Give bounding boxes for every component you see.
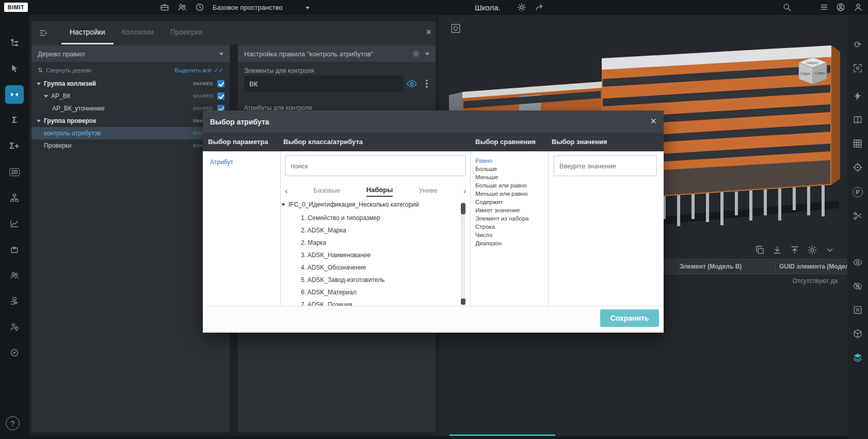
delivery-icon[interactable]	[5, 292, 24, 310]
attribute-item[interactable]: 3. ADSK_Наименование	[301, 252, 371, 259]
export-icon[interactable]	[772, 245, 782, 255]
history-icon[interactable]	[195, 3, 204, 12]
tab-sets[interactable]: Наборы	[366, 186, 393, 197]
tree-row[interactable]: АР_ВК SHARED	[31, 90, 230, 102]
settings-close-icon[interactable]: ×	[426, 27, 431, 37]
rule-gear-icon[interactable]	[412, 50, 420, 58]
project-settings-gear-icon[interactable]	[517, 3, 526, 12]
tab-settings[interactable]: Настройки	[61, 21, 114, 44]
modal-close-icon[interactable]: ×	[650, 116, 656, 126]
elements-input[interactable]	[244, 75, 404, 92]
column-guid-element[interactable]: GUID элемента (Модел	[779, 263, 847, 270]
save-button[interactable]: Сохранить	[600, 309, 659, 327]
layers-filter-icon[interactable]	[852, 352, 863, 363]
comparison-option[interactable]: Равно	[475, 158, 492, 164]
tab-checks[interactable]: Проверки	[162, 21, 211, 44]
attribute-item[interactable]: 5. ADSK_Завод-изготовитель	[301, 276, 384, 284]
attribute-item[interactable]: 1. Семейство и типоразмер	[301, 214, 380, 222]
hide-elements-eye-off-icon[interactable]	[852, 280, 863, 292]
show-elements-eye-icon[interactable]	[852, 257, 863, 268]
attribute-item[interactable]: 7. ADSK_Позиция	[301, 301, 352, 306]
dashboard-icon[interactable]	[5, 343, 24, 362]
orbit-icon[interactable]: ⟳	[852, 39, 863, 50]
workspace-selector[interactable]: Базовое пространство	[213, 4, 283, 11]
projects-icon[interactable]	[160, 3, 169, 12]
rules-tree-header[interactable]: Дерево правил	[31, 45, 230, 62]
drawings-2d-icon[interactable]: 2D	[5, 163, 24, 181]
profile-icon[interactable]	[854, 3, 863, 12]
collaboration-icon[interactable]	[5, 266, 24, 285]
copy-icon[interactable]	[754, 245, 765, 255]
comparison-option[interactable]: Больше или равно	[475, 182, 527, 189]
attribute-item[interactable]: 6. ADSK_Материал	[301, 289, 357, 296]
grid-table-icon[interactable]	[852, 138, 863, 149]
user-location-icon[interactable]	[5, 318, 24, 336]
model-box-icon[interactable]	[852, 328, 863, 339]
expand-caret-icon[interactable]	[37, 83, 41, 85]
collapse-table-chevron-icon[interactable]	[825, 245, 835, 255]
collisions-icon[interactable]	[5, 85, 24, 104]
plugins-icon[interactable]	[5, 240, 24, 259]
section-cut-icon[interactable]	[852, 210, 863, 222]
tree-row-selected[interactable]: контроль атрибутов SHARED	[31, 127, 230, 139]
sum-plus-icon[interactable]: Σ+	[5, 137, 24, 155]
tab-universal[interactable]: Униве	[419, 186, 437, 196]
select-cursor-icon[interactable]	[5, 59, 24, 78]
column-element-model-b[interactable]: Элемент (Модель B)	[646, 263, 775, 270]
sum-icon[interactable]: Σ	[5, 111, 24, 130]
documentation-book-icon[interactable]	[852, 114, 863, 126]
tabs-chevron-right-icon[interactable]: ›	[463, 186, 466, 196]
quick-section-bolt-icon[interactable]	[852, 90, 863, 102]
fit-view-icon[interactable]	[852, 62, 863, 74]
scrollbar-end[interactable]	[461, 299, 465, 305]
table-settings-gear-icon[interactable]	[807, 245, 817, 255]
plan-icon[interactable]: P	[852, 186, 863, 198]
attribute-item[interactable]: 2. ADSK_Марка	[301, 227, 346, 234]
comparison-option[interactable]: Больше	[475, 166, 497, 172]
tab-collisions[interactable]: Коллизии	[114, 21, 162, 44]
comparison-option[interactable]: Строка	[475, 224, 495, 230]
tree-row[interactable]: АР_ВК_уточнение SHARED	[31, 102, 230, 115]
share-icon[interactable]	[535, 3, 544, 12]
tree-row[interactable]: Группа коллизий SHARED	[31, 77, 230, 90]
comparison-option[interactable]: Содержит	[475, 199, 503, 205]
attribute-tree-root[interactable]: IFC_0_Идентификация_Несколько категорий	[281, 201, 419, 208]
account-icon[interactable]	[836, 3, 845, 12]
expand-caret-icon[interactable]	[44, 95, 48, 98]
root-caret-icon[interactable]	[281, 203, 285, 206]
comparison-option[interactable]: Диапазон	[475, 240, 502, 246]
row-checkbox[interactable]	[217, 92, 224, 100]
help-button[interactable]: ?	[6, 416, 20, 430]
search-icon[interactable]	[782, 3, 792, 12]
expand-caret-icon[interactable]	[37, 120, 41, 122]
comparison-option[interactable]: Число	[475, 232, 492, 238]
rule-config-chevron-down-icon[interactable]	[425, 53, 429, 55]
center-target-icon[interactable]	[852, 162, 863, 173]
import-icon[interactable]	[790, 245, 800, 255]
tree-row[interactable]: Группа проверок SHARED	[31, 115, 230, 127]
tree-row[interactable]: Проверки SHARED	[31, 139, 230, 152]
model-tree-icon[interactable]	[5, 34, 24, 52]
structure-icon[interactable]	[5, 189, 24, 207]
view-cube[interactable]: Сверху Спере Слева	[794, 54, 832, 88]
parameter-option-attribute[interactable]: Атрибут	[210, 159, 233, 166]
attribute-list-scrollbar[interactable]	[461, 201, 465, 306]
attribute-search-input[interactable]	[285, 155, 466, 176]
attribute-item[interactable]: 4. ADSK_Обозначение	[301, 264, 366, 271]
team-icon[interactable]	[178, 3, 187, 12]
attribute-item[interactable]: 2. Марка	[301, 239, 326, 246]
notifications-list-icon[interactable]	[819, 3, 829, 12]
collapse-tree-button[interactable]: ⇅ Свернуть дерево	[38, 67, 91, 74]
workspace-chevron-down-icon[interactable]	[306, 7, 310, 9]
more-options-dots-icon[interactable]	[426, 83, 428, 85]
rule-config-header[interactable]: Настройка правила "контроль атрибутов"	[238, 45, 436, 62]
collapse-panel-icon[interactable]	[39, 28, 48, 38]
tabs-chevron-left-icon[interactable]: ‹	[285, 186, 287, 196]
scrollbar-thumb[interactable]	[461, 203, 465, 214]
comparison-option[interactable]: Элемент из набора	[475, 215, 529, 222]
visibility-eye-icon[interactable]	[406, 78, 417, 89]
select-all-button[interactable]: Выделить всё ✓✓	[174, 67, 223, 74]
comparison-option[interactable]: Меньше или равно	[475, 191, 528, 197]
clear-selection-icon[interactable]	[852, 304, 863, 316]
comparison-option[interactable]: Имеет значение	[475, 207, 520, 213]
